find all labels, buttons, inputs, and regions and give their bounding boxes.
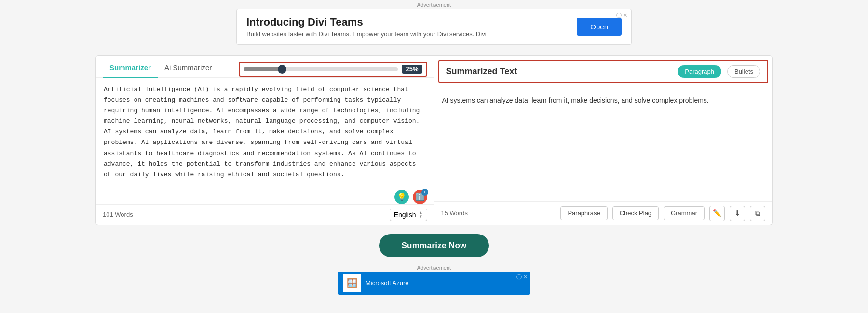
left-panel: Summarizer Ai Summarizer 25% Artificial … xyxy=(95,55,434,225)
summarized-text-title: Summarized Text xyxy=(446,66,672,77)
summary-content: AI systems can analyze data, learn from … xyxy=(434,87,773,201)
slider-container: 25% xyxy=(239,62,427,77)
input-text-section[interactable]: Artificial Intelligence (AI) is a rapidl… xyxy=(96,78,434,187)
word-count-left: 101 Words xyxy=(103,211,133,218)
right-footer: 15 Words Paraphrase Check Plag Grammar ✏… xyxy=(434,201,773,225)
right-header: Summarized Text Paragraph Bullets xyxy=(438,60,769,83)
ad-open-button[interactable]: Open xyxy=(577,18,622,36)
summary-text: AI systems can analyze data, learn from … xyxy=(442,95,765,106)
tabs-row: Summarizer Ai Summarizer 25% xyxy=(96,56,434,78)
edit-icon-button[interactable]: ✏️ xyxy=(709,206,725,221)
format-bullets-button[interactable]: Bullets xyxy=(727,65,760,78)
slider-percent: 25% xyxy=(402,65,422,74)
copy-icon-button[interactable]: ⧉ xyxy=(750,206,765,221)
slider-track[interactable] xyxy=(244,67,398,71)
ad-banner-top: Introducing Divi Teams Build websites fa… xyxy=(236,9,632,45)
paraphrase-button[interactable]: Paraphrase xyxy=(560,206,607,220)
language-selector[interactable]: English ▲ ▼ xyxy=(390,209,427,221)
bulb-icon[interactable]: 💡 xyxy=(394,190,409,204)
ad-subtitle: Build websites faster with Divi Teams. E… xyxy=(246,30,487,38)
lang-arrows-icon: ▲ ▼ xyxy=(419,211,423,219)
tab-summarizer[interactable]: Summarizer xyxy=(103,61,158,78)
format-paragraph-button[interactable]: Paragraph xyxy=(678,65,721,78)
ad-close-icons[interactable]: ⓘ ✕ xyxy=(616,12,627,19)
tab-ai-summarizer[interactable]: Ai Summarizer xyxy=(158,61,218,78)
info-icon[interactable]: ℹ️ + xyxy=(413,190,427,204)
info-badge: + xyxy=(421,189,428,196)
check-plag-button[interactable]: Check Plag xyxy=(612,206,659,220)
ad-top-label: Advertisement xyxy=(0,0,868,9)
main-content: Summarizer Ai Summarizer 25% Artificial … xyxy=(92,55,776,225)
slider-thumb[interactable] xyxy=(278,65,286,74)
download-icon-button[interactable]: ⬇ xyxy=(730,206,745,221)
ad-bottom-label: Advertisement xyxy=(0,262,868,272)
language-label: English xyxy=(394,211,416,219)
right-panel: Summarized Text Paragraph Bullets AI sys… xyxy=(434,55,773,225)
left-footer: 101 Words English ▲ ▼ xyxy=(96,204,434,225)
word-count-right: 15 Words xyxy=(441,209,468,217)
ad-bottom-icon: 🪟 xyxy=(343,274,361,292)
ad-bottom-close-icon[interactable]: ⓘ ✕ xyxy=(516,274,528,281)
summarize-row: Summarize Now xyxy=(0,225,868,262)
ad-bottom-text: Microsoft Azure xyxy=(366,279,409,287)
ad-title: Introducing Divi Teams xyxy=(246,16,487,28)
grammar-button[interactable]: Grammar xyxy=(664,206,705,220)
summarize-now-button[interactable]: Summarize Now xyxy=(379,234,488,257)
slider-fill xyxy=(244,67,282,71)
ad-bottom-banner: 🪟 Microsoft Azure ⓘ ✕ xyxy=(338,272,530,295)
input-text: Artificial Intelligence (AI) is a rapidl… xyxy=(104,84,426,180)
icon-row: 💡 ℹ️ + xyxy=(96,187,434,204)
